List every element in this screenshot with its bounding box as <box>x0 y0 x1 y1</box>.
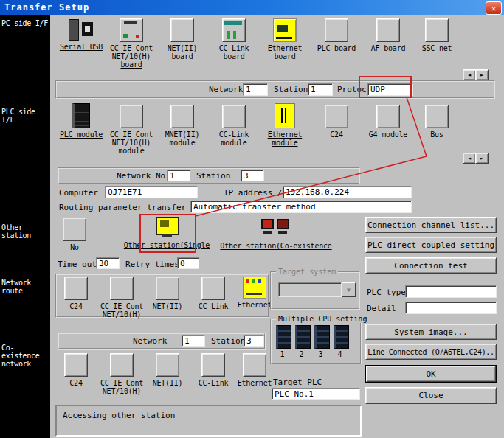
network-no-input[interactable]: 1 <box>167 170 190 181</box>
pcif-plc-board[interactable]: PLC board <box>312 18 361 52</box>
other-station-coexistence-label: Other station(Co-existence <box>220 242 331 250</box>
ok-button[interactable]: OK <box>366 366 496 382</box>
coex-netii[interactable]: NET(II) <box>145 353 190 387</box>
cpu3-number: 3 <box>314 350 327 358</box>
ethernet-module-icon <box>275 103 295 128</box>
network-station-input[interactable]: 3 <box>241 170 264 181</box>
target-system-value <box>278 282 342 297</box>
pcif-af-board[interactable]: AF board <box>364 18 412 52</box>
pc-network-input[interactable]: 1 <box>243 83 268 96</box>
sidebar-label-network-route: Network route <box>1 279 50 295</box>
plcif-cclink-module-label: CC-Link module <box>210 131 258 147</box>
sidebar-label-coexistence: Co-existence network <box>1 344 50 368</box>
ccie-icon <box>110 353 134 377</box>
pcif-scroll-left-button[interactable]: ◄ <box>463 69 476 80</box>
title-bar[interactable]: Transfer Setup ✕ <box>0 0 504 15</box>
coex-ethernet[interactable]: Ethernet <box>232 353 277 387</box>
plcif-ethernet-module[interactable]: Ethernet module <box>260 103 309 147</box>
af-board-icon <box>376 18 400 42</box>
pc-station-input[interactable]: 1 <box>308 83 333 96</box>
ip-address-input[interactable]: 192.168.0.224 <box>283 186 412 198</box>
close-icon: ✕ <box>491 4 496 13</box>
c24-icon <box>64 353 88 377</box>
coexistence-station-input[interactable]: 3 <box>244 335 264 347</box>
plcif-scroll-left-button[interactable]: ◄ <box>463 153 476 164</box>
connection-channel-list-button[interactable]: Connection channel list... <box>365 217 497 233</box>
plc-module-icon <box>72 103 90 128</box>
target-plc-select[interactable]: PLC No.1 <box>272 388 360 400</box>
pcif-cclink-board[interactable]: CC-Link board <box>210 18 258 60</box>
netii-icon <box>156 353 179 377</box>
netii-board-icon <box>170 18 194 42</box>
plcif-c24[interactable]: C24 <box>312 105 361 139</box>
coex-ccie[interactable]: CC IE Cont NET/10(H) <box>99 353 145 395</box>
pcif-serial-usb[interactable]: Serial USB <box>57 18 106 51</box>
netii-icon <box>156 277 179 300</box>
pcif-ethernet-board[interactable]: Ethernet board <box>260 18 309 60</box>
connection-test-button[interactable]: Connection test <box>365 257 497 274</box>
cpu4-icon[interactable] <box>334 325 349 349</box>
other-station-coexistence-icon <box>260 218 291 240</box>
close-button[interactable]: ✕ <box>486 1 502 15</box>
timeout-label: Time out <box>58 260 97 269</box>
computer-input[interactable]: QJ71E71 <box>105 186 198 198</box>
route-netii-label: NET(II) <box>153 302 183 310</box>
pc-protocol-select[interactable]: UDP <box>367 83 413 96</box>
arrow-left-icon: ◄ <box>468 156 471 161</box>
pc-network-panel: Network 1 Station 1 Protocol UDP <box>55 80 495 99</box>
pcif-netii-board[interactable]: NET(II) board <box>158 18 207 60</box>
route-ccie[interactable]: CC IE Cont NET/10(H) <box>99 277 145 319</box>
cpu4-number: 4 <box>334 350 346 358</box>
sidebar: PC side I/F PLC side I/F Other station N… <box>0 15 50 438</box>
arrow-right-icon: ► <box>480 156 483 161</box>
coex-ccie-label: CC IE Cont NET/10(H) <box>99 379 145 395</box>
cpu1-icon[interactable] <box>276 325 291 349</box>
sidebar-label-pc-side: PC side I/F <box>1 19 50 27</box>
network-no-panel: Network No 1 Station 3 <box>58 167 360 184</box>
system-image-button[interactable]: System image... <box>365 324 497 340</box>
pcif-ssc-net[interactable]: SSC net <box>412 18 461 52</box>
pcif-scroll-right-button[interactable]: ► <box>475 69 489 80</box>
coex-c24[interactable]: C24 <box>53 353 99 387</box>
coex-netii-label: NET(II) <box>153 379 183 387</box>
target-system-label: Target system <box>276 268 338 276</box>
window-title: Transfer Setup <box>4 2 89 13</box>
pcif-serial-usb-label: Serial USB <box>60 43 103 51</box>
route-netii[interactable]: NET(II) <box>145 277 190 310</box>
cpu2-icon[interactable] <box>295 325 311 349</box>
route-c24[interactable]: C24 <box>53 277 99 310</box>
retry-times-input[interactable]: 0 <box>177 257 199 269</box>
target-system-select[interactable]: ▼ <box>278 282 356 297</box>
other-station-single[interactable]: Other station(Single <box>118 217 215 249</box>
close-button-action[interactable]: Close <box>365 387 497 404</box>
coex-cclink[interactable]: CC-Link <box>190 353 236 387</box>
sidebar-label-other-station: Other station <box>1 223 50 240</box>
cpu1-number: 1 <box>276 350 289 358</box>
route-cclink-label: CC-Link <box>199 302 229 310</box>
c24-icon <box>325 105 348 128</box>
timeout-input[interactable]: 30 <box>96 257 120 269</box>
cclink-icon <box>201 353 225 377</box>
cpu3-icon[interactable] <box>314 325 330 349</box>
plcif-mnet-module[interactable]: MNET(II) module <box>158 105 207 147</box>
plcif-ccie-module[interactable]: CC IE Cont NET/10(H) module <box>107 105 156 155</box>
plcif-cclink-module[interactable]: CC-Link module <box>210 105 258 147</box>
route-cclink[interactable]: CC-Link <box>190 277 236 310</box>
plcif-plc-module[interactable]: PLC module <box>57 103 106 139</box>
plcif-scroll-right-button[interactable]: ► <box>475 153 489 164</box>
other-station-coexistence[interactable]: Other station(Co-existence <box>214 218 338 250</box>
other-station-no[interactable]: No <box>55 218 94 251</box>
line-connected-button[interactable]: Line Connected (Q/A6TEL,C24).. <box>365 344 497 360</box>
coexistence-network-input[interactable]: 1 <box>182 335 205 347</box>
other-station-single-icon <box>153 217 180 239</box>
ccie-board-icon <box>120 18 143 42</box>
plc-direct-coupled-button[interactable]: PLC direct coupled setting <box>365 237 497 253</box>
pcif-ccie-board[interactable]: CC IE Cont NET/10(H) board <box>107 18 156 69</box>
coex-ethernet-label: Ethernet <box>238 379 272 387</box>
ip-address-label: IP address / <box>224 188 282 198</box>
plcif-g4-module[interactable]: G4 module <box>364 105 412 139</box>
other-station-no-label: No <box>70 243 79 251</box>
plcif-bus[interactable]: Bus <box>412 105 461 139</box>
routing-method-select[interactable]: Automatic transfer method <box>190 201 412 213</box>
detail-value <box>405 302 497 314</box>
